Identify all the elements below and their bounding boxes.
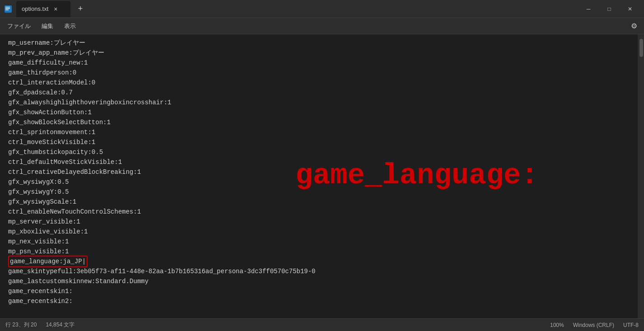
svg-rect-0 [5, 5, 12, 13]
svg-rect-3 [5, 9, 9, 10]
text-line: mp_username:プレイヤー [8, 38, 638, 48]
selected-line: game_language:ja_JP| [8, 256, 88, 267]
text-line: gfx_showActionButton:1 [8, 107, 638, 117]
text-line: mp_psn_visible:1 [8, 247, 638, 256]
scrollbar-thumb[interactable] [639, 39, 643, 57]
title-bar: options.txt × + ─ □ ✕ [0, 0, 644, 18]
active-tab[interactable]: options.txt × [16, 1, 70, 17]
text-line: ctrl_interactionModel:0 [8, 78, 638, 88]
text-line: game_skintypefull:3eb05f73-af11-448e-82a… [8, 266, 638, 276]
zoom-level: 100% [550, 322, 564, 328]
text-line: ctrl_defaultMoveStickVisible:1 [8, 157, 638, 167]
view-menu[interactable]: 表示 [59, 20, 81, 32]
text-line: game_recentskin2: [8, 296, 638, 306]
menu-items: ファイル 編集 表示 [2, 20, 81, 32]
tab-title: options.txt [22, 5, 48, 12]
settings-button[interactable]: ⚙ [626, 18, 642, 34]
editor-area: mp_username:プレイヤーmp_prev_app_name:プレイヤーg… [0, 34, 644, 318]
text-line: gfx_wysiwygScale:1 [8, 197, 638, 207]
text-line: game_thirdperson:0 [8, 68, 638, 78]
text-line: mp_xboxlive_visible:1 [8, 227, 638, 237]
status-right: 100% Windows (CRLF) UTF-8 [550, 322, 639, 328]
text-line: game_lastcustomskinnew:Standard.Dummy [8, 276, 638, 286]
close-button[interactable]: ✕ [620, 0, 640, 18]
app-icon [4, 5, 13, 14]
svg-rect-2 [5, 8, 10, 9]
text-line: gfx_thumbstickopacity:0.5 [8, 147, 638, 157]
text-line: gfx_wysiwygY:0.5 [8, 187, 638, 197]
text-line: ctrl_enableNewTouchControlSchemes:1 [8, 207, 638, 217]
encoding[interactable]: UTF-8 [623, 322, 639, 328]
svg-rect-1 [5, 7, 10, 8]
title-bar-left: options.txt × + [4, 1, 578, 17]
content-area[interactable]: mp_username:プレイヤーmp_prev_app_name:プレイヤーg… [2, 34, 638, 318]
menu-bar: ファイル 編集 表示 ⚙ [0, 18, 644, 34]
text-line: ctrl_sprintonmovement:1 [8, 127, 638, 137]
text-line: gfx_showBlockSelectButton:1 [8, 117, 638, 127]
tab-close-button[interactable]: × [52, 5, 59, 13]
status-left: 行 23、列 20 14,854 文字 [5, 321, 75, 329]
text-line: gfx_wysiwygX:0.5 [8, 177, 638, 187]
window-controls: ─ □ ✕ [578, 0, 640, 18]
file-menu[interactable]: ファイル [2, 20, 36, 32]
status-bar: 行 23、列 20 14,854 文字 100% Windows (CRLF) … [0, 318, 644, 331]
text-line: gfx_alwayshighlighthoveringboxincrosshai… [8, 98, 638, 107]
text-line: ctrl_moveStickVisible:1 [8, 137, 638, 147]
edit-menu[interactable]: 編集 [36, 20, 59, 32]
line-ending[interactable]: Windows (CRLF) [573, 322, 614, 328]
text-line: mp_server_visible:1 [8, 217, 638, 227]
minimize-button[interactable]: ─ [578, 0, 599, 18]
text-line: mp_nex_visible:1 [8, 237, 638, 247]
maximize-button[interactable]: □ [599, 0, 620, 18]
char-count: 14,854 文字 [46, 321, 75, 329]
text-line: game_language:ja_JP| [8, 256, 638, 266]
text-line: mp_prev_app_name:プレイヤー [8, 48, 638, 58]
cursor-position: 行 23、列 20 [5, 321, 37, 329]
text-line: game_difficulty_new:1 [8, 58, 638, 68]
new-tab-button[interactable]: + [74, 3, 87, 15]
scrollbar-right[interactable] [638, 34, 644, 318]
text-line: ctrl_creativeDelayedBlockBreaking:1 [8, 167, 638, 177]
text-line: gfx_dpadscale:0.7 [8, 88, 638, 98]
text-line: game_recentskin1: [8, 286, 638, 296]
